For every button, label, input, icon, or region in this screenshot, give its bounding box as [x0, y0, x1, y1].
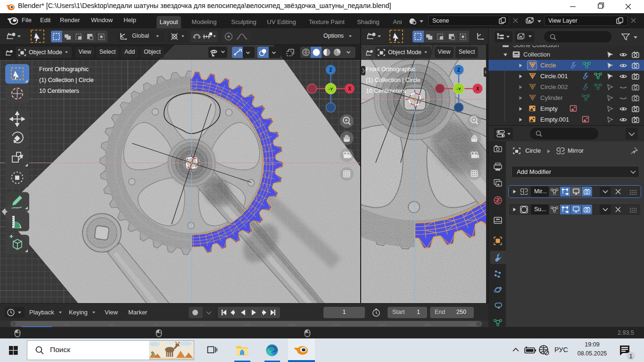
svg-text:(1) Collection | Circle: (1) Collection | Circle	[366, 77, 421, 83]
svg-text:-Y: -Y	[329, 86, 333, 91]
svg-text:Z: Z	[329, 67, 332, 73]
svg-text:Z: Z	[457, 67, 460, 73]
svg-text:-Y: -Y	[456, 86, 461, 91]
svg-text:10 Centimeters: 10 Centimeters	[366, 88, 406, 94]
svg-text:10 Centimeters: 10 Centimeters	[39, 88, 79, 94]
svg-text:1: 1	[629, 353, 632, 360]
svg-text:(1) Collection | Circle: (1) Collection | Circle	[39, 77, 94, 83]
svg-text:Front Orthographic: Front Orthographic	[39, 66, 89, 73]
svg-text:Front Orthographic: Front Orthographic	[366, 66, 415, 73]
svg-text:X: X	[348, 86, 351, 91]
svg-text:X: X	[476, 86, 479, 91]
